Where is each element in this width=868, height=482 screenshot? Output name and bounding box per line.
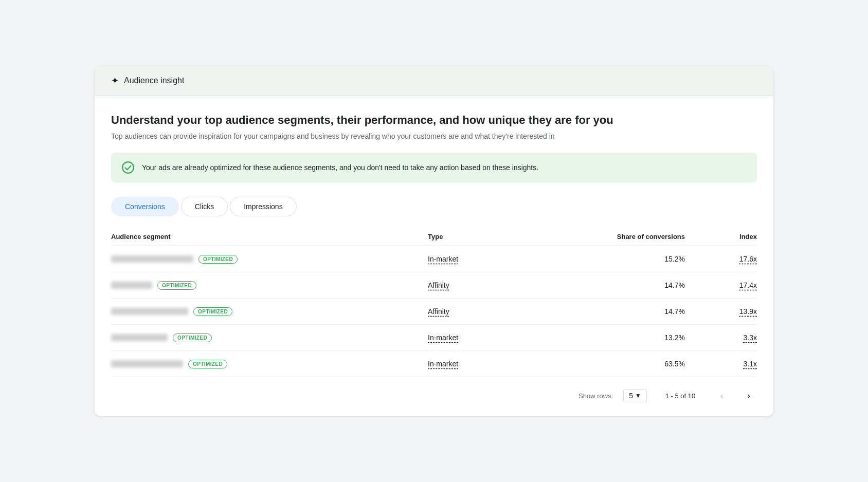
share-cell-2: 14.7% [551,281,685,289]
table-row: OPTIMIZED In-market 15.2% 17.6x [111,246,757,272]
rows-value: 5 [629,392,633,400]
audience-table: Audience segment Type Share of conversio… [111,229,757,377]
type-link-3[interactable]: Affinity [428,307,449,316]
show-rows-label: Show rows: [578,392,613,400]
type-link-1[interactable]: In-market [428,255,458,263]
type-cell-3: Affinity [428,307,551,316]
segment-name-blurred-1 [111,255,193,263]
optimized-badge-2: OPTIMIZED [157,281,196,290]
tabs-container: Conversions Clicks Impressions [111,197,757,216]
table-row: OPTIMIZED Affinity 14.7% 13.9x [111,299,757,325]
info-banner-text: Your ads are already optimized for these… [142,163,538,172]
col-header-type: Type [428,233,551,240]
optimized-badge-5: OPTIMIZED [188,360,227,368]
col-header-index: Index [685,233,757,240]
main-title: Understand your top audience segments, t… [111,113,757,128]
table-row: OPTIMIZED In-market 13.2% 3.3x [111,325,757,351]
segment-cell-5: OPTIMIZED [111,360,428,368]
share-cell-1: 15.2% [551,255,685,263]
check-circle-icon [121,161,135,174]
share-cell-3: 14.7% [551,307,685,316]
type-link-2[interactable]: Affinity [428,281,449,289]
share-cell-4: 13.2% [551,333,685,342]
segment-name-blurred-4 [111,334,168,341]
col-header-segment: Audience segment [111,233,428,240]
type-cell-1: In-market [428,254,551,264]
tab-clicks[interactable]: Clicks [181,197,228,216]
table-footer: Show rows: 5 ▼ 1 - 5 of 10 ‹ › [111,377,757,404]
sparkle-icon: ✦ [111,75,119,86]
segment-cell-2: OPTIMIZED [111,281,428,290]
segment-name-blurred-5 [111,360,183,367]
audience-insight-card: ✦ Audience insight Understand your top a… [95,66,773,417]
segment-cell-3: OPTIMIZED [111,307,428,316]
segment-cell-1: OPTIMIZED [111,255,428,264]
card-header: ✦ Audience insight [95,66,773,96]
optimized-badge-1: OPTIMIZED [198,255,238,264]
main-subtitle: Top audiences can provide inspiration fo… [111,132,757,140]
tab-impressions[interactable]: Impressions [230,197,296,216]
type-cell-4: In-market [428,333,551,342]
optimized-badge-3: OPTIMIZED [193,307,232,316]
col-header-share: Share of conversions [551,233,685,240]
table-header-row: Audience segment Type Share of conversio… [111,229,757,246]
pagination-next-button[interactable]: › [740,387,757,404]
rows-per-page-select[interactable]: 5 ▼ [623,389,647,402]
chevron-down-icon: ▼ [635,392,641,399]
index-cell-4[interactable]: 3.3x [685,333,757,342]
table-row: OPTIMIZED Affinity 14.7% 17.4x [111,272,757,299]
tab-conversions[interactable]: Conversions [111,197,179,216]
info-banner: Your ads are already optimized for these… [111,153,757,182]
pagination-prev-button[interactable]: ‹ [714,387,730,404]
index-cell-1[interactable]: 17.6x [685,255,757,263]
segment-cell-4: OPTIMIZED [111,333,428,342]
type-link-4[interactable]: In-market [428,333,458,342]
table-row: OPTIMIZED In-market 63.5% 3.1x [111,351,757,377]
svg-point-0 [122,162,134,174]
card-title: Audience insight [124,76,184,85]
segment-name-blurred-2 [111,282,152,289]
type-link-5[interactable]: In-market [428,360,458,368]
index-cell-5[interactable]: 3.1x [685,360,757,368]
type-cell-2: Affinity [428,281,551,290]
index-cell-2[interactable]: 17.4x [685,281,757,289]
type-cell-5: In-market [428,359,551,368]
card-body: Understand your top audience segments, t… [95,96,773,417]
segment-name-blurred-3 [111,308,188,315]
index-cell-3[interactable]: 13.9x [685,307,757,316]
pagination-info: 1 - 5 of 10 [657,392,703,400]
optimized-badge-4: OPTIMIZED [173,333,212,342]
share-cell-5: 63.5% [551,360,685,368]
